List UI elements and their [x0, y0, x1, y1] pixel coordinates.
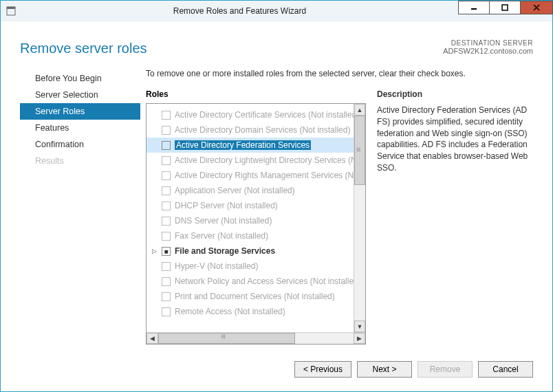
roles-scroll-area[interactable]: Active Directory Certificate Services (N… [147, 104, 365, 332]
role-label: Active Directory Lightweight Directory S… [175, 155, 362, 165]
instruction-text: To remove one or more installed roles fr… [146, 69, 533, 78]
description-column: Description Active Directory Federation … [377, 89, 533, 345]
role-item: Fax Server (Not installed) [147, 228, 365, 243]
role-item: Network Policy and Access Services (Not … [147, 274, 365, 289]
svg-rect-1 [7, 7, 15, 9]
role-item: Application Server (Not installed) [147, 183, 365, 198]
role-label: Remote Access (Not installed) [175, 307, 285, 316]
role-label: Fax Server (Not installed) [175, 231, 268, 241]
description-text: Active Directory Federation Services (AD… [377, 105, 533, 174]
hscroll-track[interactable] [158, 333, 354, 344]
role-label: DHCP Server (Not installed) [175, 201, 278, 210]
role-item: Active Directory Certificate Services (N… [147, 107, 365, 122]
role-item: Active Directory Lightweight Directory S… [147, 153, 365, 168]
vscroll-track[interactable] [354, 116, 365, 320]
role-label: File and Storage Services [175, 246, 275, 256]
role-checkbox [162, 111, 171, 120]
role-label: Active Directory Domain Services (Not in… [175, 125, 350, 135]
role-checkbox[interactable]: ■ [162, 247, 171, 256]
sidebar-step-before-you-begin[interactable]: Before You Begin [20, 70, 140, 87]
maximize-button[interactable] [489, 1, 521, 14]
roles-column: Roles Active Directory Certificate Servi… [146, 89, 366, 345]
sidebar-step-features[interactable]: Features [20, 120, 140, 136]
role-checkbox [162, 126, 171, 135]
role-label: Active Directory Federation Services [175, 140, 311, 150]
hscroll-thumb[interactable] [158, 333, 295, 344]
body-row: Before You BeginServer SelectionServer R… [20, 69, 533, 345]
remove-button[interactable]: Remove [418, 361, 473, 378]
cancel-button[interactable]: Cancel [478, 361, 533, 378]
scroll-up-arrow-icon[interactable]: ▲ [354, 104, 365, 116]
window-title: Remove Roles and Features Wizard [21, 6, 458, 16]
scroll-left-arrow-icon[interactable]: ◀ [147, 333, 158, 344]
content-area: Remove server roles DESTINATION SERVER A… [1, 21, 552, 351]
destination-server: ADFSW2K12.contoso.com [443, 47, 533, 55]
footer-buttons: < Previous Next > Remove Cancel [1, 351, 552, 391]
description-heading: Description [377, 89, 533, 99]
role-item[interactable]: Active Directory Federation Services [147, 138, 365, 153]
role-item: DNS Server (Not installed) [147, 213, 365, 228]
role-label: DNS Server (Not installed) [175, 216, 272, 226]
header-row: Remove server roles DESTINATION SERVER A… [20, 35, 533, 69]
role-checkbox[interactable] [162, 141, 171, 150]
sidebar-step-confirmation[interactable]: Confirmation [20, 136, 140, 153]
role-checkbox [162, 217, 171, 226]
role-label: Application Server (Not installed) [175, 186, 295, 195]
expand-icon[interactable]: ▷ [152, 248, 157, 254]
role-item: Active Directory Rights Management Servi… [147, 168, 365, 183]
list-row: Roles Active Directory Certificate Servi… [146, 89, 533, 345]
role-label: Print and Document Services (Not install… [175, 292, 335, 301]
destination-info: DESTINATION SERVER ADFSW2K12.contoso.com [443, 39, 533, 55]
page-title: Remove server roles [20, 41, 147, 56]
svg-rect-3 [502, 5, 508, 10]
role-checkbox [162, 307, 171, 316]
role-checkbox [162, 277, 171, 286]
role-item: Remote Access (Not installed) [147, 304, 365, 319]
sidebar-step-server-roles[interactable]: Server Roles [20, 103, 140, 120]
roles-listbox: Active Directory Certificate Services (N… [146, 103, 366, 345]
role-checkbox [162, 156, 171, 165]
titlebar: Remove Roles and Features Wizard [1, 1, 552, 21]
role-checkbox [162, 292, 171, 301]
app-icon [1, 6, 21, 16]
role-checkbox [162, 171, 171, 180]
sidebar-step-server-selection[interactable]: Server Selection [20, 87, 140, 103]
wizard-steps-sidebar: Before You BeginServer SelectionServer R… [20, 69, 140, 345]
scroll-right-arrow-icon[interactable]: ▶ [354, 333, 365, 344]
role-item: DHCP Server (Not installed) [147, 198, 365, 213]
wizard-window: Remove Roles and Features Wizard Remove … [0, 0, 553, 392]
role-label: Active Directory Certificate Services (N… [175, 110, 359, 120]
close-button[interactable] [520, 1, 553, 14]
sidebar-step-results: Results [20, 153, 140, 169]
role-label: Network Policy and Access Services (Not … [175, 276, 361, 286]
destination-label: DESTINATION SERVER [443, 39, 533, 47]
vscroll-thumb[interactable] [354, 116, 365, 185]
role-checkbox [162, 262, 171, 271]
minimize-button[interactable] [458, 1, 490, 14]
vertical-scrollbar[interactable]: ▲ ▼ [354, 104, 365, 332]
scroll-down-arrow-icon[interactable]: ▼ [354, 320, 365, 332]
window-buttons [458, 1, 552, 21]
role-item: Active Directory Domain Services (Not in… [147, 122, 365, 138]
role-checkbox [162, 232, 171, 241]
role-checkbox [162, 202, 171, 210]
role-checkbox [162, 186, 171, 195]
horizontal-scrollbar[interactable]: ◀ ▶ [147, 332, 365, 344]
role-item: Print and Document Services (Not install… [147, 289, 365, 304]
previous-button[interactable]: < Previous [294, 361, 351, 378]
next-button[interactable]: Next > [357, 361, 412, 378]
role-item[interactable]: ▷■File and Storage Services [147, 243, 365, 259]
role-label: Active Directory Rights Management Servi… [175, 171, 362, 180]
role-label: Hyper-V (Not installed) [175, 261, 258, 271]
roles-heading: Roles [146, 89, 366, 99]
main-panel: To remove one or more installed roles fr… [140, 69, 533, 345]
role-item: Hyper-V (Not installed) [147, 259, 365, 274]
